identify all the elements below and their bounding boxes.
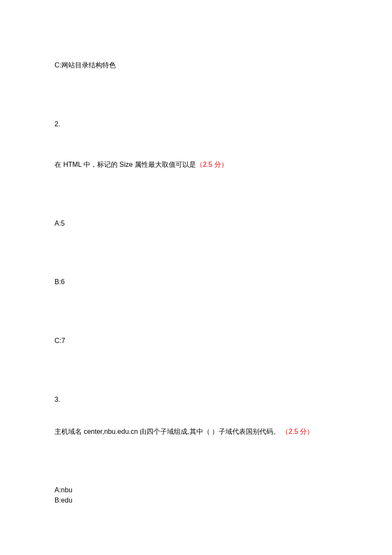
q3-option-a: A:nbu <box>55 485 358 495</box>
option-text: C:网站目录结构特色 <box>55 61 116 69</box>
q3-number: 3. <box>55 394 358 405</box>
q2-option-b: B:6 <box>55 276 358 288</box>
option-text: C:7 <box>55 337 65 344</box>
q3-option-b: B:edu <box>55 495 358 506</box>
q2-option-c: C:7 <box>55 335 358 346</box>
q2-text: 在 HTML 中，标记的 Size 属性最大取值可以是（2.5 分） <box>55 159 358 170</box>
question-points: （2.5 分） <box>282 428 314 435</box>
question-number: 3. <box>55 396 60 403</box>
question-number: 2. <box>55 120 60 128</box>
document-content: C:网站目录结构特色 2. 在 HTML 中，标记的 Size 属性最大取值可以… <box>0 0 392 506</box>
q3-options-ab: A:nbu B:edu <box>55 485 358 506</box>
question-body: 在 HTML 中，标记的 Size 属性最大取值可以是 <box>55 161 196 168</box>
q3-text: 主机域名 center,nbu.edu.cn 由四个子域组成,其中（ ）子域代表… <box>55 426 358 437</box>
question-points: （2.5 分） <box>196 161 228 168</box>
option-text: A:5 <box>55 220 65 227</box>
q2-number: 2. <box>55 119 358 130</box>
option-text: B:6 <box>55 278 65 285</box>
q1-option-c: C:网站目录结构特色 <box>55 60 358 71</box>
q2-option-a: A:5 <box>55 218 358 229</box>
question-body: 主机域名 center,nbu.edu.cn 由四个子域组成,其中（ ）子域代表… <box>55 428 280 435</box>
